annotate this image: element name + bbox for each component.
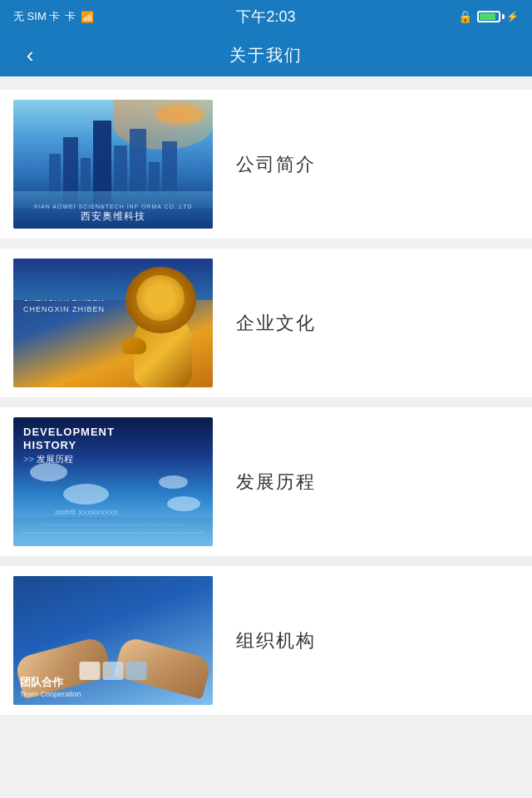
thumbnail-culture: 力量之源 CHENGXIN ZHIBEN CHENGXIN ZHIBEN (13, 259, 213, 387)
item-label-history: 发展历程 (213, 470, 519, 495)
cloud-4 (167, 496, 200, 511)
cloud-2 (159, 475, 188, 489)
carrier-text: 无 SIM 卡 (13, 9, 60, 24)
battery-body (477, 11, 500, 22)
list-item-history[interactable]: DEVELOPMENT HISTORY >> 发展历程 2005年 XXXXXX… (0, 407, 532, 556)
battery-tip (502, 14, 505, 19)
nav-bar: ‹ 关于我们 (0, 33, 532, 76)
history-en2: HISTORY (23, 439, 115, 452)
status-bar: 无 SIM 卡 卡 📶 下午2:03 🔒 ⚡ (0, 0, 532, 33)
cloud-3 (63, 484, 109, 505)
org-overlay-text: 团队合作 Team Cooperation (20, 675, 81, 698)
puzzle-piece-3 (126, 662, 147, 680)
lion-statue-group (121, 267, 204, 387)
battery-fill (480, 13, 495, 20)
history-arrow-cn: >> 发展历程 (23, 453, 115, 466)
status-right: 🔒 ⚡ (458, 10, 519, 23)
puzzle-piece-2 (103, 662, 124, 680)
timeline-label: 2005年 XXXXXXXXX (55, 508, 118, 517)
company-name-en: XIAN AOWEI SCIEN&TECH INF ORMA CO.,LTD (13, 204, 213, 209)
lion-head (136, 275, 185, 321)
list-item-org[interactable]: 团队合作 Team Cooperation 组织机构 (0, 566, 532, 715)
history-arrow-icon: >> (23, 454, 34, 464)
battery-indicator: ⚡ (477, 11, 519, 22)
content-area: XIAN AOWEI SCIEN&TECH INF ORMA CO.,LTD 西… (0, 76, 532, 738)
culture-sub-text2: CHENGXIN ZHIBEN (23, 304, 105, 315)
back-chevron-icon: ‹ (27, 42, 34, 68)
thumbnail-history: DEVELOPMENT HISTORY >> 发展历程 2005年 XXXXXX… (13, 417, 213, 546)
thumbnail-company: XIAN AOWEI SCIEN&TECH INF ORMA CO.,LTD 西… (13, 100, 213, 229)
item-label-org: 组织机构 (213, 628, 519, 653)
page-title: 关于我们 (229, 44, 303, 66)
company-name-cn: 西安奥维科技 (13, 209, 213, 224)
item-label-culture: 企业文化 (213, 311, 519, 336)
back-button[interactable]: ‹ (13, 38, 47, 71)
list-item-company[interactable]: XIAN AOWEI SCIEN&TECH INF ORMA CO.,LTD 西… (0, 90, 532, 239)
org-en-text: Team Cooperation (20, 690, 81, 698)
history-cn-text: 发展历程 (37, 454, 73, 464)
charging-icon: ⚡ (506, 11, 519, 22)
history-overlay-text: DEVELOPMENT HISTORY >> 发展历程 (23, 426, 115, 466)
status-time: 下午2:03 (236, 7, 295, 27)
company-name-text: XIAN AOWEI SCIEN&TECH INF ORMA CO.,LTD 西… (13, 204, 213, 224)
org-cn-text: 团队合作 (20, 675, 81, 690)
sim-icon: 卡 (65, 9, 76, 24)
water-bottom (13, 517, 213, 546)
list-item-culture[interactable]: 力量之源 CHENGXIN ZHIBEN CHENGXIN ZHIBEN 企业文… (0, 249, 532, 397)
lock-icon: 🔒 (458, 10, 472, 23)
cloud-1 (30, 463, 67, 481)
item-label-company: 公司简介 (213, 152, 519, 177)
status-left: 无 SIM 卡 卡 📶 (13, 9, 94, 24)
thumbnail-org: 团队合作 Team Cooperation (13, 576, 213, 705)
wifi-icon: 📶 (81, 11, 94, 23)
history-en1: DEVELOPMENT (23, 426, 115, 439)
puzzle-piece-1 (80, 662, 101, 680)
lion-paw (121, 337, 146, 354)
puzzle-pieces (80, 662, 147, 680)
